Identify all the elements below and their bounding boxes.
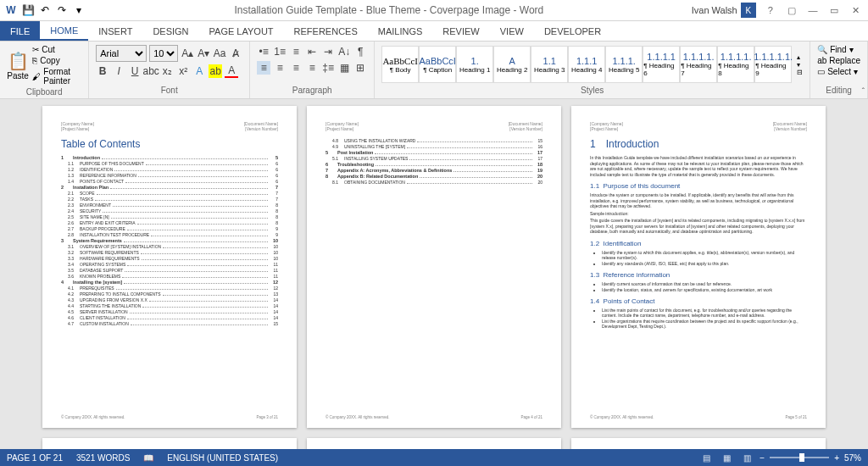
toc-entry[interactable]: 4.2Preparing to install components13 [61,291,278,297]
ribbon-options-icon[interactable]: ▢ [782,5,801,16]
sort-icon[interactable]: A↓ [337,45,351,58]
tab-review[interactable]: REVIEW [432,21,489,41]
showmarks-icon[interactable]: ¶ [353,45,367,58]
toc-entry[interactable]: 5Post Installation17 [326,150,542,155]
page-indicator[interactable]: PAGE 1 OF 21 [7,453,63,463]
styles-up-icon[interactable]: ▴ [797,53,803,61]
grow-font-icon[interactable]: A▴ [181,47,194,60]
language-indicator[interactable]: ENGLISH (UNITED STATES) [167,453,278,463]
user-name[interactable]: Ivan Walsh [692,5,737,15]
zoom-in-icon[interactable]: + [834,453,839,463]
toc-entry[interactable]: 1.3Reference information6 [61,173,278,178]
style-item[interactable]: 1.1Heading 3 [531,46,568,83]
collapse-ribbon-icon[interactable]: ˆ [862,87,865,97]
toc-entry[interactable]: 8.1Obtaining Documentation20 [326,180,542,185]
weblayout-icon[interactable]: ▥ [739,451,754,464]
toc-entry[interactable]: 4.6Client Installation14 [61,315,278,320]
toc-entry[interactable]: 6Troubleshooting18 [326,162,542,167]
toc-entry[interactable]: 2.4Security8 [61,208,278,214]
toc-entry[interactable]: 4.9Uninstalling the [system]16 [326,144,542,149]
style-item[interactable]: AaBbCcI¶ Caption [419,46,456,83]
tab-view[interactable]: VIEW [490,21,534,41]
paste-button[interactable]: 📋 Paste [7,45,29,86]
style-item[interactable]: 1.1.1.1¶ Heading 6 [643,46,680,83]
document-area[interactable]: [Company Name][Project Name][Document Na… [0,99,868,449]
styles-more-icon[interactable]: ⊟ [797,69,803,76]
tab-home[interactable]: HOME [40,21,88,41]
readmode-icon[interactable]: ▤ [698,451,714,464]
changecase-icon[interactable]: Aa [213,47,226,60]
style-item[interactable]: 1.1.1.1.¶ Heading 7 [680,46,717,83]
close-icon[interactable]: ✕ [846,5,865,16]
tab-insert[interactable]: INSERT [88,21,142,41]
page-thumbnail[interactable]: [Company Name][Project Name][Document Na… [42,106,297,428]
linespacing-icon[interactable]: ‡≡ [321,61,335,75]
toc-entry[interactable]: 2.7Backup Procedure9 [61,226,278,231]
toc-entry[interactable]: 2.1Scope7 [61,191,278,196]
align-center-icon[interactable]: ≡ [273,61,287,75]
toc-entry[interactable]: 2.3Environment8 [61,202,278,208]
numbering-icon[interactable]: 1≡ [273,45,287,58]
save-icon[interactable]: 💾 [20,3,36,18]
borders-icon[interactable]: ⊞ [353,61,367,75]
toc-entry[interactable]: 7Appendix A: Acronyms, Abbreviations & D… [326,168,542,173]
align-right-icon[interactable]: ≡ [289,61,303,75]
toc-entry[interactable]: 2.5Site Name [n]8 [61,214,278,219]
shading-icon[interactable]: ▦ [337,61,351,75]
bold-icon[interactable]: B [96,64,109,78]
toc-entry[interactable]: 4.4Starting the installation14 [61,303,278,308]
page-thumbnail[interactable]: [Company Name][Project Name][Document Na… [42,438,297,449]
toc-entry[interactable]: 8Appendix B: Related Documentation20 [326,174,542,179]
toc-entry[interactable]: 3.5Database Support11 [61,268,278,273]
toc-entry[interactable]: 3System Requirements10 [61,238,278,243]
style-item[interactable]: 1.1.1Heading 4 [568,46,605,83]
style-item[interactable]: 1.Heading 1 [456,46,493,83]
increase-indent-icon[interactable]: ⇥ [321,45,335,58]
highlight-icon[interactable]: ab [209,64,222,78]
formatpainter-button[interactable]: 🖌Format Painter [32,67,81,86]
printlayout-icon[interactable]: ▦ [719,451,734,464]
redo-icon[interactable]: ↷ [54,3,70,18]
tab-pagelayout[interactable]: PAGE LAYOUT [199,21,284,41]
superscript-icon[interactable]: x² [176,64,190,78]
style-item[interactable]: AaBbCcI¶ Body [381,46,419,83]
subscript-icon[interactable]: x₂ [160,64,174,78]
style-item[interactable]: 1.1.1.Heading 5 [605,46,643,83]
user-badge[interactable]: K [741,3,756,18]
justify-icon[interactable]: ≡ [305,61,319,75]
toc-entry[interactable]: 1.4Points of Contact6 [61,179,278,184]
copy-button[interactable]: ⎘Copy [32,56,81,65]
toc-entry[interactable]: 4Installing the [system]12 [61,280,278,285]
qat-more-icon[interactable]: ▾ [71,3,86,18]
word-count[interactable]: 3521 WORDS [76,453,130,463]
toc-entry[interactable]: 1.2Identification6 [61,167,278,172]
tab-file[interactable]: FILE [0,21,40,41]
find-button[interactable]: 🔍Find ▾ [817,45,860,54]
fontcolor-icon[interactable]: A [225,64,238,78]
toc-entry[interactable]: 4.3Upgrading from Version X.x14 [61,297,278,302]
clearformat-icon[interactable]: A̷ [229,47,242,60]
minimize-icon[interactable]: — [804,5,822,15]
toc-entry[interactable]: 1Introduction5 [61,155,278,160]
align-left-icon[interactable]: ≡ [257,61,270,75]
tab-design[interactable]: DESIGN [142,21,198,41]
toc-entry[interactable]: 3.1Overview of [system] installation10 [61,244,278,249]
toc-entry[interactable]: 4.5Server Installation14 [61,309,278,314]
style-item[interactable]: 1.1.1.1.¶ Heading 8 [717,46,754,83]
styles-down-icon[interactable]: ▾ [797,61,803,69]
style-item[interactable]: 1.1.1.1.1.¶ Heading 9 [754,46,792,83]
replace-button[interactable]: abReplace [817,56,860,65]
bullets-icon[interactable]: •≡ [257,45,270,58]
font-name-select[interactable]: Arial [96,45,147,62]
toc-entry[interactable]: 3.4Operating Systems11 [61,262,278,267]
toc-entry[interactable]: 5.1Installing System Updates17 [326,156,542,161]
maximize-icon[interactable]: ▭ [825,5,843,16]
toc-entry[interactable]: 4.1Prerequisites12 [61,286,278,291]
help-icon[interactable]: ? [761,5,780,15]
texteffects-icon[interactable]: A [192,64,206,78]
toc-entry[interactable]: 3.3Hardware Requirements10 [61,256,278,261]
toc-entry[interactable]: 3.2Software Requirements10 [61,250,278,255]
font-size-select[interactable]: 10 [149,45,178,62]
shrink-font-icon[interactable]: A▾ [197,47,210,60]
tab-developer[interactable]: DEVELOPER [534,21,611,41]
